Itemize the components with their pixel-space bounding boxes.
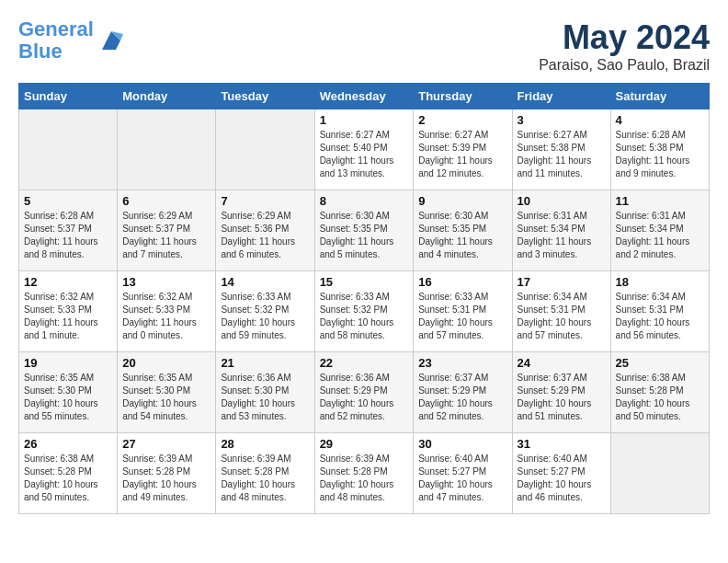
day-info: Sunrise: 6:38 AM Sunset: 5:28 PM Dayligh… (24, 453, 112, 504)
month-title: May 2024 (539, 18, 710, 57)
day-header-monday: Monday (118, 84, 216, 109)
calendar-cell: 26Sunrise: 6:38 AM Sunset: 5:28 PM Dayli… (19, 433, 118, 514)
day-number: 13 (122, 275, 210, 289)
day-info: Sunrise: 6:35 AM Sunset: 5:30 PM Dayligh… (24, 372, 112, 423)
day-info: Sunrise: 6:33 AM Sunset: 5:32 PM Dayligh… (221, 291, 309, 342)
day-number: 23 (418, 356, 506, 370)
day-number: 15 (320, 275, 409, 289)
day-info: Sunrise: 6:34 AM Sunset: 5:31 PM Dayligh… (518, 291, 606, 342)
calendar-cell (19, 109, 118, 190)
day-info: Sunrise: 6:31 AM Sunset: 5:34 PM Dayligh… (616, 210, 704, 261)
day-header-friday: Friday (512, 84, 610, 109)
calendar-header-row: SundayMondayTuesdayWednesdayThursdayFrid… (19, 84, 710, 109)
day-info: Sunrise: 6:32 AM Sunset: 5:33 PM Dayligh… (122, 291, 210, 342)
day-info: Sunrise: 6:27 AM Sunset: 5:40 PM Dayligh… (320, 129, 409, 180)
day-info: Sunrise: 6:28 AM Sunset: 5:37 PM Dayligh… (24, 210, 112, 261)
calendar-cell: 23Sunrise: 6:37 AM Sunset: 5:29 PM Dayli… (414, 352, 512, 433)
day-number: 3 (518, 113, 606, 127)
day-info: Sunrise: 6:36 AM Sunset: 5:29 PM Dayligh… (320, 372, 409, 423)
day-number: 16 (418, 275, 506, 289)
calendar-cell: 9Sunrise: 6:30 AM Sunset: 5:35 PM Daylig… (414, 190, 512, 271)
day-number: 31 (518, 437, 606, 451)
calendar-cell: 10Sunrise: 6:31 AM Sunset: 5:34 PM Dayli… (512, 190, 610, 271)
calendar-cell: 31Sunrise: 6:40 AM Sunset: 5:27 PM Dayli… (512, 433, 610, 514)
day-number: 14 (221, 275, 309, 289)
day-info: Sunrise: 6:29 AM Sunset: 5:37 PM Dayligh… (122, 210, 210, 261)
day-info: Sunrise: 6:36 AM Sunset: 5:30 PM Dayligh… (221, 372, 309, 423)
day-info: Sunrise: 6:33 AM Sunset: 5:32 PM Dayligh… (320, 291, 409, 342)
day-info: Sunrise: 6:29 AM Sunset: 5:36 PM Dayligh… (221, 210, 309, 261)
calendar-cell: 19Sunrise: 6:35 AM Sunset: 5:30 PM Dayli… (19, 352, 118, 433)
day-info: Sunrise: 6:27 AM Sunset: 5:38 PM Dayligh… (518, 129, 606, 180)
calendar-week-1: 1Sunrise: 6:27 AM Sunset: 5:40 PM Daylig… (19, 109, 710, 190)
calendar-cell: 5Sunrise: 6:28 AM Sunset: 5:37 PM Daylig… (19, 190, 118, 271)
calendar-cell: 28Sunrise: 6:39 AM Sunset: 5:28 PM Dayli… (216, 433, 314, 514)
calendar-cell: 13Sunrise: 6:32 AM Sunset: 5:33 PM Dayli… (118, 271, 216, 352)
day-info: Sunrise: 6:34 AM Sunset: 5:31 PM Dayligh… (616, 291, 704, 342)
location-subtitle: Paraiso, Sao Paulo, Brazil (539, 57, 710, 74)
calendar-cell: 15Sunrise: 6:33 AM Sunset: 5:32 PM Dayli… (314, 271, 414, 352)
day-number: 2 (418, 113, 506, 127)
day-info: Sunrise: 6:40 AM Sunset: 5:27 PM Dayligh… (518, 453, 606, 504)
day-number: 18 (616, 275, 704, 289)
day-header-wednesday: Wednesday (314, 84, 414, 109)
calendar-cell: 4Sunrise: 6:28 AM Sunset: 5:38 PM Daylig… (610, 109, 709, 190)
day-info: Sunrise: 6:35 AM Sunset: 5:30 PM Dayligh… (122, 372, 210, 423)
day-header-tuesday: Tuesday (216, 84, 314, 109)
calendar-cell (610, 433, 709, 514)
day-info: Sunrise: 6:37 AM Sunset: 5:29 PM Dayligh… (518, 372, 606, 423)
calendar-cell: 20Sunrise: 6:35 AM Sunset: 5:30 PM Dayli… (118, 352, 216, 433)
calendar-cell: 24Sunrise: 6:37 AM Sunset: 5:29 PM Dayli… (512, 352, 610, 433)
calendar-cell: 16Sunrise: 6:33 AM Sunset: 5:31 PM Dayli… (414, 271, 512, 352)
day-number: 17 (518, 275, 606, 289)
day-info: Sunrise: 6:40 AM Sunset: 5:27 PM Dayligh… (418, 453, 506, 504)
day-info: Sunrise: 6:37 AM Sunset: 5:29 PM Dayligh… (418, 372, 506, 423)
calendar-cell: 29Sunrise: 6:39 AM Sunset: 5:28 PM Dayli… (314, 433, 414, 514)
calendar-table: SundayMondayTuesdayWednesdayThursdayFrid… (18, 83, 710, 514)
calendar-cell: 25Sunrise: 6:38 AM Sunset: 5:28 PM Dayli… (610, 352, 709, 433)
day-number: 9 (418, 194, 506, 208)
day-number: 27 (122, 437, 210, 451)
day-info: Sunrise: 6:31 AM Sunset: 5:34 PM Dayligh… (518, 210, 606, 261)
calendar-cell: 7Sunrise: 6:29 AM Sunset: 5:36 PM Daylig… (216, 190, 314, 271)
day-header-thursday: Thursday (414, 84, 512, 109)
day-info: Sunrise: 6:27 AM Sunset: 5:39 PM Dayligh… (418, 129, 506, 180)
day-info: Sunrise: 6:30 AM Sunset: 5:35 PM Dayligh… (320, 210, 409, 261)
calendar-week-2: 5Sunrise: 6:28 AM Sunset: 5:37 PM Daylig… (19, 190, 710, 271)
calendar-cell: 1Sunrise: 6:27 AM Sunset: 5:40 PM Daylig… (314, 109, 414, 190)
calendar-week-3: 12Sunrise: 6:32 AM Sunset: 5:33 PM Dayli… (19, 271, 710, 352)
calendar-cell: 14Sunrise: 6:33 AM Sunset: 5:32 PM Dayli… (216, 271, 314, 352)
day-number: 22 (320, 356, 409, 370)
day-number: 30 (418, 437, 506, 451)
calendar-cell (216, 109, 314, 190)
day-number: 11 (616, 194, 704, 208)
day-number: 28 (221, 437, 309, 451)
calendar-week-5: 26Sunrise: 6:38 AM Sunset: 5:28 PM Dayli… (19, 433, 710, 514)
day-number: 24 (518, 356, 606, 370)
day-number: 7 (221, 194, 309, 208)
calendar-cell: 6Sunrise: 6:29 AM Sunset: 5:37 PM Daylig… (118, 190, 216, 271)
calendar-cell (118, 109, 216, 190)
calendar-cell: 17Sunrise: 6:34 AM Sunset: 5:31 PM Dayli… (512, 271, 610, 352)
day-number: 12 (24, 275, 112, 289)
page-header: General Blue May 2024 Paraiso, Sao Paulo… (18, 18, 710, 74)
day-info: Sunrise: 6:39 AM Sunset: 5:28 PM Dayligh… (122, 453, 210, 504)
logo: General Blue (18, 18, 125, 63)
day-number: 21 (221, 356, 309, 370)
day-number: 26 (24, 437, 112, 451)
day-number: 20 (122, 356, 210, 370)
calendar-cell: 3Sunrise: 6:27 AM Sunset: 5:38 PM Daylig… (512, 109, 610, 190)
day-header-sunday: Sunday (19, 84, 118, 109)
day-number: 8 (320, 194, 409, 208)
day-number: 6 (122, 194, 210, 208)
day-number: 1 (320, 113, 409, 127)
day-info: Sunrise: 6:38 AM Sunset: 5:28 PM Dayligh… (616, 372, 704, 423)
calendar-week-4: 19Sunrise: 6:35 AM Sunset: 5:30 PM Dayli… (19, 352, 710, 433)
calendar-cell: 21Sunrise: 6:36 AM Sunset: 5:30 PM Dayli… (216, 352, 314, 433)
day-number: 19 (24, 356, 112, 370)
day-info: Sunrise: 6:39 AM Sunset: 5:28 PM Dayligh… (221, 453, 309, 504)
logo-text: General Blue (18, 18, 94, 63)
calendar-cell: 11Sunrise: 6:31 AM Sunset: 5:34 PM Dayli… (610, 190, 709, 271)
day-number: 10 (518, 194, 606, 208)
day-header-saturday: Saturday (610, 84, 709, 109)
